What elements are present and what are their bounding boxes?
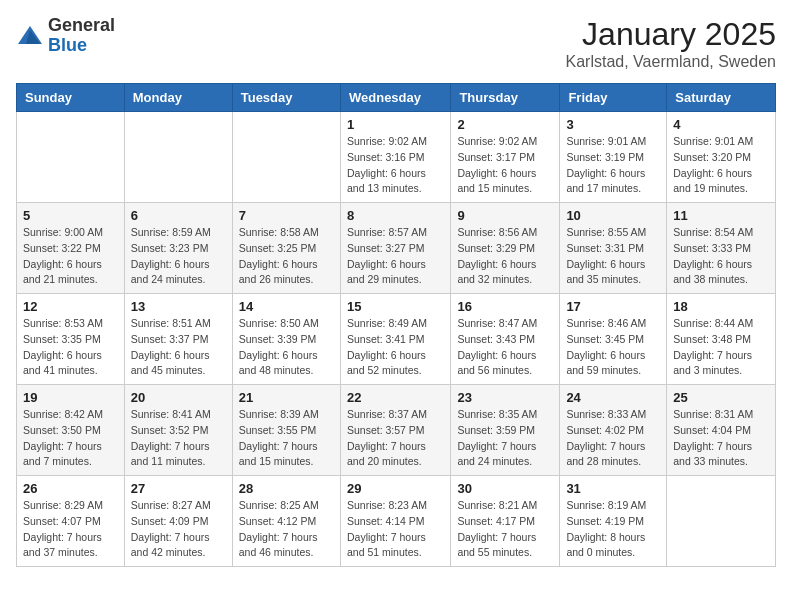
day-number: 5 <box>23 208 118 223</box>
day-info: Sunrise: 8:57 AM Sunset: 3:27 PM Dayligh… <box>347 225 444 288</box>
calendar-week-0: 1Sunrise: 9:02 AM Sunset: 3:16 PM Daylig… <box>17 112 776 203</box>
day-info: Sunrise: 9:01 AM Sunset: 3:19 PM Dayligh… <box>566 134 660 197</box>
day-info: Sunrise: 8:59 AM Sunset: 3:23 PM Dayligh… <box>131 225 226 288</box>
day-info: Sunrise: 8:47 AM Sunset: 3:43 PM Dayligh… <box>457 316 553 379</box>
day-number: 17 <box>566 299 660 314</box>
calendar-cell: 11Sunrise: 8:54 AM Sunset: 3:33 PM Dayli… <box>667 203 776 294</box>
day-number: 6 <box>131 208 226 223</box>
day-number: 14 <box>239 299 334 314</box>
day-info: Sunrise: 8:25 AM Sunset: 4:12 PM Dayligh… <box>239 498 334 561</box>
calendar-cell: 15Sunrise: 8:49 AM Sunset: 3:41 PM Dayli… <box>340 294 450 385</box>
day-number: 13 <box>131 299 226 314</box>
calendar-cell: 21Sunrise: 8:39 AM Sunset: 3:55 PM Dayli… <box>232 385 340 476</box>
day-info: Sunrise: 8:58 AM Sunset: 3:25 PM Dayligh… <box>239 225 334 288</box>
day-info: Sunrise: 8:54 AM Sunset: 3:33 PM Dayligh… <box>673 225 769 288</box>
day-info: Sunrise: 8:46 AM Sunset: 3:45 PM Dayligh… <box>566 316 660 379</box>
month-title: January 2025 <box>566 16 776 53</box>
day-info: Sunrise: 9:02 AM Sunset: 3:17 PM Dayligh… <box>457 134 553 197</box>
calendar-week-2: 12Sunrise: 8:53 AM Sunset: 3:35 PM Dayli… <box>17 294 776 385</box>
logo-general-text: General <box>48 16 115 36</box>
calendar-cell <box>17 112 125 203</box>
calendar-cell: 26Sunrise: 8:29 AM Sunset: 4:07 PM Dayli… <box>17 476 125 567</box>
day-number: 10 <box>566 208 660 223</box>
weekday-header-saturday: Saturday <box>667 84 776 112</box>
day-number: 19 <box>23 390 118 405</box>
day-number: 1 <box>347 117 444 132</box>
logo-blue-text: Blue <box>48 36 115 56</box>
calendar-cell: 14Sunrise: 8:50 AM Sunset: 3:39 PM Dayli… <box>232 294 340 385</box>
day-info: Sunrise: 9:01 AM Sunset: 3:20 PM Dayligh… <box>673 134 769 197</box>
day-number: 15 <box>347 299 444 314</box>
calendar-cell: 12Sunrise: 8:53 AM Sunset: 3:35 PM Dayli… <box>17 294 125 385</box>
calendar-cell: 17Sunrise: 8:46 AM Sunset: 3:45 PM Dayli… <box>560 294 667 385</box>
day-number: 8 <box>347 208 444 223</box>
day-info: Sunrise: 8:21 AM Sunset: 4:17 PM Dayligh… <box>457 498 553 561</box>
day-number: 24 <box>566 390 660 405</box>
page-header: General Blue January 2025 Karlstad, Vaer… <box>16 16 776 71</box>
title-block: January 2025 Karlstad, Vaermland, Sweden <box>566 16 776 71</box>
day-info: Sunrise: 8:51 AM Sunset: 3:37 PM Dayligh… <box>131 316 226 379</box>
calendar-table: SundayMondayTuesdayWednesdayThursdayFrid… <box>16 83 776 567</box>
calendar-cell: 27Sunrise: 8:27 AM Sunset: 4:09 PM Dayli… <box>124 476 232 567</box>
day-info: Sunrise: 8:41 AM Sunset: 3:52 PM Dayligh… <box>131 407 226 470</box>
calendar-cell: 25Sunrise: 8:31 AM Sunset: 4:04 PM Dayli… <box>667 385 776 476</box>
calendar-cell: 5Sunrise: 9:00 AM Sunset: 3:22 PM Daylig… <box>17 203 125 294</box>
weekday-header-monday: Monday <box>124 84 232 112</box>
day-number: 21 <box>239 390 334 405</box>
calendar-week-4: 26Sunrise: 8:29 AM Sunset: 4:07 PM Dayli… <box>17 476 776 567</box>
calendar-week-1: 5Sunrise: 9:00 AM Sunset: 3:22 PM Daylig… <box>17 203 776 294</box>
logo-icon <box>16 22 44 50</box>
calendar-cell: 10Sunrise: 8:55 AM Sunset: 3:31 PM Dayli… <box>560 203 667 294</box>
weekday-header-sunday: Sunday <box>17 84 125 112</box>
day-number: 28 <box>239 481 334 496</box>
day-info: Sunrise: 8:53 AM Sunset: 3:35 PM Dayligh… <box>23 316 118 379</box>
day-number: 23 <box>457 390 553 405</box>
day-number: 30 <box>457 481 553 496</box>
day-info: Sunrise: 8:33 AM Sunset: 4:02 PM Dayligh… <box>566 407 660 470</box>
day-number: 25 <box>673 390 769 405</box>
day-info: Sunrise: 8:19 AM Sunset: 4:19 PM Dayligh… <box>566 498 660 561</box>
weekday-header-wednesday: Wednesday <box>340 84 450 112</box>
day-number: 11 <box>673 208 769 223</box>
calendar-cell: 29Sunrise: 8:23 AM Sunset: 4:14 PM Dayli… <box>340 476 450 567</box>
day-info: Sunrise: 8:31 AM Sunset: 4:04 PM Dayligh… <box>673 407 769 470</box>
calendar-cell: 23Sunrise: 8:35 AM Sunset: 3:59 PM Dayli… <box>451 385 560 476</box>
calendar-cell: 24Sunrise: 8:33 AM Sunset: 4:02 PM Dayli… <box>560 385 667 476</box>
day-info: Sunrise: 8:27 AM Sunset: 4:09 PM Dayligh… <box>131 498 226 561</box>
day-number: 16 <box>457 299 553 314</box>
calendar-cell: 19Sunrise: 8:42 AM Sunset: 3:50 PM Dayli… <box>17 385 125 476</box>
calendar-cell <box>232 112 340 203</box>
weekday-header-friday: Friday <box>560 84 667 112</box>
logo-text: General Blue <box>48 16 115 56</box>
day-info: Sunrise: 8:39 AM Sunset: 3:55 PM Dayligh… <box>239 407 334 470</box>
weekday-header-tuesday: Tuesday <box>232 84 340 112</box>
day-number: 9 <box>457 208 553 223</box>
day-info: Sunrise: 8:42 AM Sunset: 3:50 PM Dayligh… <box>23 407 118 470</box>
calendar-cell: 2Sunrise: 9:02 AM Sunset: 3:17 PM Daylig… <box>451 112 560 203</box>
day-number: 20 <box>131 390 226 405</box>
calendar-cell: 1Sunrise: 9:02 AM Sunset: 3:16 PM Daylig… <box>340 112 450 203</box>
logo: General Blue <box>16 16 115 56</box>
weekday-header-thursday: Thursday <box>451 84 560 112</box>
day-number: 2 <box>457 117 553 132</box>
calendar-cell: 16Sunrise: 8:47 AM Sunset: 3:43 PM Dayli… <box>451 294 560 385</box>
day-number: 22 <box>347 390 444 405</box>
calendar-cell: 31Sunrise: 8:19 AM Sunset: 4:19 PM Dayli… <box>560 476 667 567</box>
day-info: Sunrise: 8:35 AM Sunset: 3:59 PM Dayligh… <box>457 407 553 470</box>
day-number: 27 <box>131 481 226 496</box>
day-number: 26 <box>23 481 118 496</box>
calendar-cell: 22Sunrise: 8:37 AM Sunset: 3:57 PM Dayli… <box>340 385 450 476</box>
calendar-cell: 13Sunrise: 8:51 AM Sunset: 3:37 PM Dayli… <box>124 294 232 385</box>
day-number: 31 <box>566 481 660 496</box>
calendar-cell: 18Sunrise: 8:44 AM Sunset: 3:48 PM Dayli… <box>667 294 776 385</box>
calendar-cell <box>667 476 776 567</box>
day-info: Sunrise: 8:56 AM Sunset: 3:29 PM Dayligh… <box>457 225 553 288</box>
day-info: Sunrise: 8:50 AM Sunset: 3:39 PM Dayligh… <box>239 316 334 379</box>
calendar-cell <box>124 112 232 203</box>
day-number: 12 <box>23 299 118 314</box>
calendar-cell: 9Sunrise: 8:56 AM Sunset: 3:29 PM Daylig… <box>451 203 560 294</box>
day-number: 7 <box>239 208 334 223</box>
calendar-cell: 28Sunrise: 8:25 AM Sunset: 4:12 PM Dayli… <box>232 476 340 567</box>
weekday-header-row: SundayMondayTuesdayWednesdayThursdayFrid… <box>17 84 776 112</box>
calendar-week-3: 19Sunrise: 8:42 AM Sunset: 3:50 PM Dayli… <box>17 385 776 476</box>
